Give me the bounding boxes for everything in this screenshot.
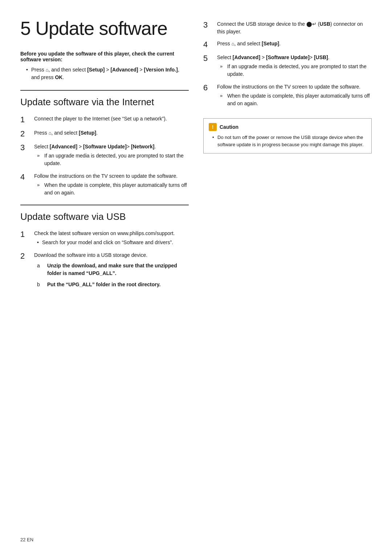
- internet-step-1: 1 Connect the player to the Internet (se…: [20, 115, 189, 124]
- internet-step-4-sub: When the update is complete, this player…: [37, 181, 189, 197]
- internet-step-3-text: Select [Advanced] > [Software Update]> […: [34, 144, 156, 149]
- section-title-internet: Update software via the Internet: [20, 97, 189, 108]
- caution-icon: !: [209, 123, 217, 131]
- intro-list: Press ⌂, and then select [Setup] > [Adva…: [20, 66, 189, 81]
- usb-steps-list: 1 Check the latest software version on w…: [20, 230, 189, 292]
- usb-step-2-text: Download the software into a USB storage…: [34, 252, 147, 258]
- caution-title: Caution: [220, 124, 238, 130]
- intro-text: Before you update the software of this p…: [20, 51, 189, 62]
- internet-step-4-text: Follow the instructions on the TV screen…: [34, 173, 177, 179]
- usb-right-step-3: 3 Connect the USB storage device to the …: [203, 20, 372, 36]
- section-divider-internet: [20, 90, 189, 91]
- usb-right-step-6-sub: When the update is complete, this player…: [220, 92, 372, 107]
- usb-right-step-4-text: Press ⌂, and select [Setup].: [217, 41, 281, 46]
- usb-step-1: 1 Check the latest software version on w…: [20, 230, 189, 247]
- page-footer: 22 EN: [20, 537, 33, 542]
- usb-step-1-text: Check the latest software version on www…: [34, 230, 175, 236]
- usb-right-step-6-text: Follow the instructions on the TV screen…: [217, 84, 360, 90]
- usb-step-2b: b Put the “UPG_ALL” folder in the root d…: [37, 281, 189, 288]
- usb-right-step-6: 6 Follow the instructions on the TV scre…: [203, 83, 372, 108]
- internet-step-3-sub: If an upgrade media is detected, you are…: [37, 152, 189, 167]
- intro-step: Press ⌂, and then select [Setup] > [Adva…: [26, 66, 189, 81]
- usb-step-2a-text: Unzip the download, and make sure that t…: [47, 262, 189, 277]
- caution-item: Do not turn off the power or remove the …: [212, 134, 366, 148]
- left-column: 5 Update software Before you update the …: [20, 17, 189, 296]
- right-column: 3 Connect the USB storage device to the …: [203, 17, 372, 296]
- usb-right-steps-list: 3 Connect the USB storage device to the …: [203, 20, 372, 108]
- caution-box: ! Caution Do not turn off the power or r…: [203, 118, 372, 153]
- section-title-usb: Update software via USB: [20, 211, 189, 222]
- usb-step-2a: a Unzip the download, and make sure that…: [37, 262, 189, 277]
- caution-header: ! Caution: [209, 123, 366, 131]
- internet-step-3: 3 Select [Advanced] > [Software Update]>…: [20, 143, 189, 168]
- usb-right-step-4: 4 Press ⌂, and select [Setup].: [203, 40, 372, 49]
- chapter-title-text: Update software: [35, 18, 167, 39]
- footer-text: 22 EN: [20, 537, 33, 542]
- usb-step-2: 2 Download the software into a USB stora…: [20, 251, 189, 292]
- chapter-number: 5: [20, 18, 30, 39]
- usb-step-2b-text: Put the “UPG_ALL” folder in the root dir…: [47, 281, 160, 288]
- usb-step-1-bullet: Search for your model and click on “Soft…: [37, 239, 189, 246]
- chapter-title: 5 Update software: [20, 17, 189, 39]
- internet-steps-list: 1 Connect the player to the Internet (se…: [20, 115, 189, 197]
- caution-list: Do not turn off the power or remove the …: [209, 134, 366, 148]
- usb-right-step-5-text: Select [Advanced] > [Software Update]> […: [217, 54, 330, 60]
- internet-step-2: 2 Press ⌂, and select [Setup].: [20, 129, 189, 139]
- usb-right-step-5-sub: If an upgrade media is detected, you are…: [220, 63, 372, 78]
- intro-box: Before you update the software of this p…: [20, 51, 189, 81]
- internet-step-1-text: Connect the player to the Internet (see …: [34, 116, 167, 122]
- section-divider-usb: [20, 205, 189, 205]
- page-layout: 5 Update software Before you update the …: [20, 17, 372, 296]
- usb-right-step-3-text: Connect the USB storage device to the ⬤↵…: [217, 21, 363, 34]
- usb-right-step-5: 5 Select [Advanced] > [Software Update]>…: [203, 54, 372, 79]
- internet-step-2-text: Press ⌂, and select [Setup].: [34, 130, 98, 136]
- internet-step-4: 4 Follow the instructions on the TV scre…: [20, 172, 189, 197]
